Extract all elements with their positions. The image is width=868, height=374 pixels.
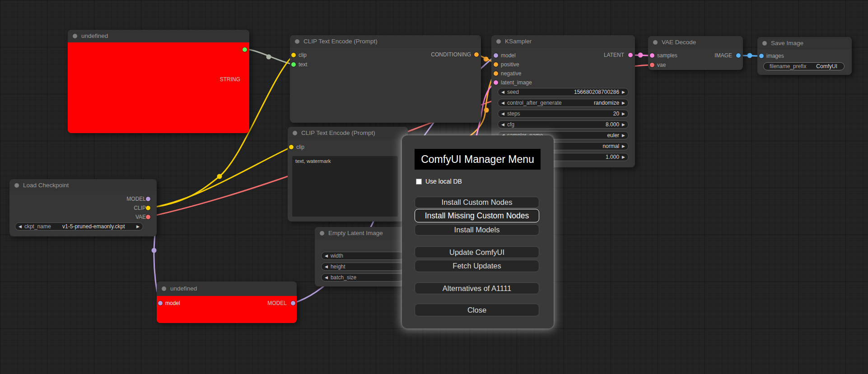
update-comfyui-button[interactable]: Update ComfyUI [415, 246, 539, 258]
decrement-arrow-icon[interactable] [325, 263, 328, 271]
node-empty-latent-image[interactable]: Empty Latent Image width height batch_si… [315, 227, 410, 286]
input-slot-model[interactable] [494, 53, 498, 58]
decrement-arrow-icon[interactable] [501, 110, 504, 118]
output-label-vae: VAE [135, 214, 146, 220]
increment-arrow-icon[interactable] [622, 110, 625, 118]
decrement-arrow-icon[interactable] [501, 88, 504, 96]
output-slot-conditioning[interactable] [474, 52, 479, 57]
output-slot-model[interactable] [146, 197, 150, 201]
increment-arrow-icon[interactable] [622, 120, 625, 129]
increment-arrow-icon[interactable] [622, 142, 625, 150]
node-undefined-top[interactable]: undefined STRING [68, 30, 249, 133]
widget-width[interactable]: width [321, 252, 404, 260]
collapse-dot-icon[interactable] [73, 34, 77, 38]
input-slot-negative[interactable] [494, 71, 498, 76]
output-slot-model[interactable] [291, 301, 295, 305]
collapse-dot-icon[interactable] [653, 40, 658, 45]
collapse-dot-icon[interactable] [762, 41, 767, 46]
widget-value: ComfyUI [809, 63, 837, 69]
widget-value: 20 [523, 111, 619, 117]
widget-value: randomize [565, 100, 619, 106]
output-slot-string[interactable] [243, 47, 247, 52]
decrement-arrow-icon[interactable] [501, 99, 504, 107]
use-local-db-label: Use local DB [425, 178, 462, 185]
node-title: undefined [81, 32, 108, 39]
wire-dot-negative [484, 108, 489, 113]
decrement-arrow-icon[interactable] [19, 222, 22, 231]
input-slot-clip[interactable] [289, 145, 294, 149]
decrement-arrow-icon[interactable] [501, 120, 504, 129]
decrement-arrow-icon[interactable] [325, 252, 328, 260]
widget-ckpt-name[interactable]: ckpt_name v1-5-pruned-emaonly.ckpt [15, 222, 143, 231]
increment-arrow-icon[interactable] [622, 131, 625, 139]
widget-label: cfg [507, 121, 514, 128]
prompt-text-area[interactable]: text, watermark [292, 156, 398, 217]
node-undefined-bottom[interactable]: undefined model MODEL [157, 282, 297, 323]
widget-label: height [331, 263, 345, 270]
node-title-bar: KSampler [491, 35, 635, 48]
install-models-button[interactable]: Install Models [415, 224, 539, 235]
collapse-dot-icon[interactable] [320, 231, 324, 235]
widget-steps[interactable]: steps 20 [498, 110, 629, 118]
input-slot-model[interactable] [158, 301, 163, 305]
widget-cfg[interactable]: cfg 8.000 [498, 120, 629, 129]
widget-value: 8.000 [517, 121, 619, 128]
increment-arrow-icon[interactable] [622, 153, 625, 161]
fetch-updates-button[interactable]: Fetch Updates [415, 260, 539, 272]
widget-control-after-generate[interactable]: control_after_generate randomize [498, 99, 629, 107]
widget-label: batch_size [331, 274, 356, 281]
widget-label: filename_prefix [770, 63, 806, 69]
widget-seed[interactable]: seed 156680208700286 [498, 88, 629, 96]
widget-batch-size[interactable]: batch_size [321, 273, 404, 282]
alternatives-of-a1111-button[interactable]: Alternatives of A1111 [415, 282, 539, 294]
input-label-samples: samples [657, 52, 677, 59]
collapse-dot-icon[interactable] [14, 183, 19, 188]
widget-filename-prefix[interactable]: filename_prefix ComfyUI [763, 62, 845, 70]
decrement-arrow-icon[interactable] [325, 273, 328, 282]
output-label-model: MODEL [267, 300, 287, 306]
input-slot-vae[interactable] [650, 63, 654, 67]
increment-arrow-icon[interactable] [622, 99, 625, 107]
node-title: undefined [170, 285, 197, 292]
install-custom-nodes-button[interactable]: Install Custom Nodes [415, 197, 539, 208]
collapse-dot-icon[interactable] [496, 39, 501, 44]
collapse-dot-icon[interactable] [293, 131, 297, 135]
node-title: CLIP Text Encode (Prompt) [303, 38, 378, 45]
output-slot-image[interactable] [736, 53, 741, 58]
node-graph-canvas[interactable]: undefined STRING CLIP Text Encode (Promp… [0, 0, 868, 374]
node-clip-text-encode-positive[interactable]: CLIP Text Encode (Prompt) clip text COND… [290, 35, 481, 123]
node-load-checkpoint[interactable]: Load Checkpoint MODEL CLIP VAE ckpt_name… [9, 179, 157, 236]
input-slot-latent-image[interactable] [494, 80, 498, 85]
close-button[interactable]: Close [415, 304, 539, 316]
dialog-title: ComfyUI Manager Menu [415, 149, 541, 170]
output-label-image: IMAGE [714, 52, 732, 59]
input-slot-positive[interactable] [494, 62, 498, 67]
widget-height[interactable]: height [321, 263, 404, 271]
input-slot-text[interactable] [291, 62, 296, 67]
increment-arrow-icon[interactable] [136, 222, 140, 231]
input-slot-samples[interactable] [650, 53, 654, 58]
output-slot-vae[interactable] [146, 215, 150, 219]
node-title: Save Image [771, 40, 803, 46]
wire-dot-string [266, 55, 271, 60]
wire-dot-positive [484, 57, 489, 62]
input-label-text: text [299, 61, 307, 68]
input-label-positive: positive [501, 61, 519, 68]
increment-arrow-icon[interactable] [622, 88, 625, 96]
node-vae-decode[interactable]: VAE Decode samples vae IMAGE [648, 36, 743, 70]
use-local-db-checkbox[interactable] [416, 179, 422, 185]
node-title: CLIP Text Encode (Prompt) [301, 129, 375, 136]
collapse-dot-icon[interactable] [162, 286, 166, 291]
input-slot-images[interactable] [759, 54, 764, 58]
input-label-clip: clip [296, 144, 304, 150]
input-slot-clip[interactable] [291, 53, 296, 57]
output-label-latent: LATENT [604, 52, 624, 58]
collapse-dot-icon[interactable] [295, 39, 299, 44]
node-save-image[interactable]: Save Image images filename_prefix ComfyU… [757, 37, 852, 75]
wire-dot-model [152, 248, 157, 253]
install-missing-custom-nodes-button[interactable]: Install Missing Custom Nodes [415, 209, 539, 222]
output-slot-clip[interactable] [146, 206, 150, 210]
input-label-vae: vae [657, 62, 666, 68]
node-clip-text-encode-negative[interactable]: CLIP Text Encode (Prompt) clip text, wat… [288, 127, 408, 222]
output-slot-latent[interactable] [628, 53, 633, 57]
